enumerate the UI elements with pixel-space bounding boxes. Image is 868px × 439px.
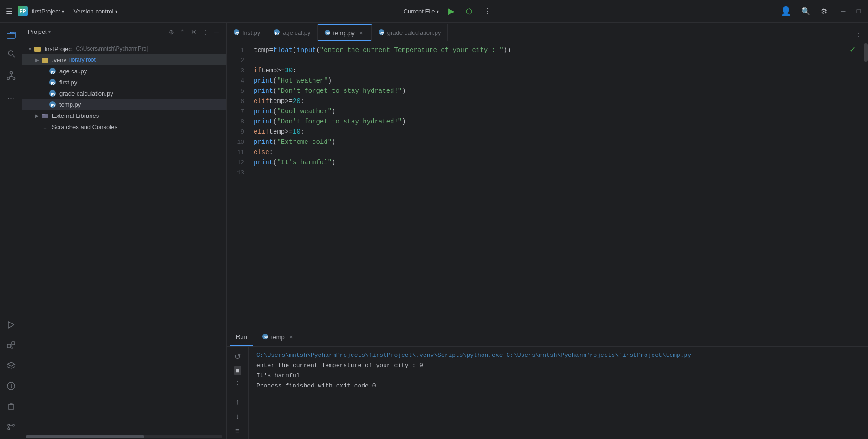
tree-item-scratches[interactable]: ≡ Scratches and Consoles xyxy=(22,121,226,132)
hamburger-icon[interactable]: ☰ xyxy=(4,5,14,18)
folder-icon xyxy=(33,45,42,53)
svg-text:py: py xyxy=(51,91,56,96)
tree-item-temppy[interactable]: py temp.py xyxy=(22,99,226,110)
user-icon[interactable]: 👤 xyxy=(779,4,793,18)
bottom-side-toolbar: ↺ ■ ⋮ ↑ ↓ ≡ ⇥ ⬜ ⎙ xyxy=(227,347,249,439)
debug-button[interactable]: ⬡ xyxy=(464,5,474,18)
sidebar-item-git[interactable] xyxy=(3,67,20,84)
add-file-icon[interactable]: ⊕ xyxy=(167,27,176,37)
tab-temppy[interactable]: py temp.py ✕ xyxy=(318,24,372,41)
project-panel-arrow-icon: ▾ xyxy=(48,29,51,34)
bottom-panel: Run py temp ✕ ↺ ■ xyxy=(227,328,868,439)
project-panel-title[interactable]: Project ▾ xyxy=(28,28,163,35)
tree-label-venv: .venv xyxy=(52,57,66,64)
tree-item-agecal[interactable]: py age cal.py xyxy=(22,65,226,77)
tree-item-firstproject[interactable]: ▾ firstProject C:\Users\mntsh\PycharmPro… xyxy=(22,43,226,54)
close-panel-icon[interactable]: ✕ xyxy=(189,27,198,37)
tree-item-venv[interactable]: ▶ .venv library root xyxy=(22,54,226,65)
sidebar-item-folder[interactable] xyxy=(3,26,20,43)
version-control-button[interactable]: Version control ▾ xyxy=(73,8,117,15)
tree-label-temppy: temp.py xyxy=(59,101,81,108)
python-tab-icon-firstpy: py xyxy=(233,29,240,37)
tree-label-firstpy: first.py xyxy=(59,79,77,86)
project-panel-scrollbar[interactable] xyxy=(26,435,222,438)
tabs-more-button[interactable]: ⋮ xyxy=(849,32,868,41)
code-editor[interactable]: 1 2 3 4 5 6 7 8 9 10 11 12 13 temp = flo… xyxy=(227,41,868,328)
svg-marker-9 xyxy=(8,322,14,328)
sidebar-item-run[interactable] xyxy=(3,316,20,333)
python-icon-temppy: py xyxy=(48,100,57,109)
sidebar-item-layers[interactable] xyxy=(3,357,20,374)
tree-item-external-libs[interactable]: ▶ External Libraries xyxy=(22,110,226,121)
tab-gradecalc[interactable]: py grade calculation.py xyxy=(372,24,448,41)
settings-icon[interactable]: ⚙ xyxy=(819,5,829,18)
project-logo: FP xyxy=(18,6,28,16)
run-tab-label[interactable]: Run xyxy=(230,329,253,346)
svg-point-14 xyxy=(11,387,12,388)
run-tab-text: Run xyxy=(236,333,247,340)
svg-line-2 xyxy=(13,55,15,57)
python-tab-icon-temppy: py xyxy=(324,29,331,37)
svg-text:py: py xyxy=(275,30,280,34)
svg-point-4 xyxy=(7,77,9,80)
folder-icon-venv xyxy=(41,56,49,64)
sidebar-item-git-bottom[interactable] xyxy=(3,419,20,435)
svg-text:py: py xyxy=(326,31,330,35)
tree-item-gradecalc[interactable]: py grade calculation.py xyxy=(22,88,226,99)
sidebar-item-search[interactable] xyxy=(3,45,20,62)
minimize-button[interactable]: ─ xyxy=(837,6,849,16)
tab-close-temppy[interactable]: ✕ xyxy=(358,30,365,37)
svg-line-8 xyxy=(11,76,14,77)
maximize-button[interactable]: □ xyxy=(853,6,864,16)
sidebar-item-trash[interactable] xyxy=(3,398,20,415)
line-numbers: 1 2 3 4 5 6 7 8 9 10 11 12 13 xyxy=(227,41,250,328)
python-icon-firstpy: py xyxy=(48,78,57,86)
sidebar-item-notifications[interactable] xyxy=(3,378,20,394)
svg-point-5 xyxy=(13,77,15,80)
scroll-up-icon[interactable]: ↑ xyxy=(234,396,241,407)
rerun-icon[interactable]: ↺ xyxy=(233,350,242,363)
sidebar-item-more[interactable]: ··· xyxy=(3,90,20,106)
python-run-tab-icon: py xyxy=(262,333,268,341)
more-options-button[interactable]: ⋮ xyxy=(482,5,493,18)
tree-label-gradecalc: grade calculation.py xyxy=(59,90,113,97)
tree-label-firstproject: firstProject xyxy=(45,45,73,52)
svg-point-1 xyxy=(8,51,13,55)
temp-run-tab-close[interactable]: ✕ xyxy=(287,334,294,341)
svg-point-18 xyxy=(13,424,14,426)
tree-label-scratches: Scratches and Consoles xyxy=(52,123,117,130)
sidebar-item-plugins[interactable] xyxy=(3,337,20,354)
svg-text:py: py xyxy=(51,69,56,74)
current-file-button[interactable]: Current File ▾ xyxy=(404,8,439,15)
editor-scrollbar[interactable] xyxy=(863,41,868,328)
svg-text:py: py xyxy=(263,335,268,339)
run-button[interactable]: ▶ xyxy=(446,4,457,18)
scroll-down-icon[interactable]: ↓ xyxy=(234,410,241,422)
panel-minimize-icon[interactable]: ─ xyxy=(212,27,221,37)
svg-rect-10 xyxy=(7,344,11,348)
svg-point-3 xyxy=(10,72,12,74)
tree-item-firstpy[interactable]: py first.py xyxy=(22,77,226,88)
project-name-button[interactable]: firstProject ▾ xyxy=(32,8,64,15)
console-line-path: C:\Users\mntsh\PycharmProjects\firstProj… xyxy=(256,350,861,361)
panel-more-icon[interactable]: ⋮ xyxy=(200,27,210,37)
current-file-arrow-icon: ▾ xyxy=(437,9,439,14)
collapse-icon[interactable]: ⌃ xyxy=(178,27,187,37)
editor-area: py first.py py age cal.py py temp.py ✕ xyxy=(227,23,868,439)
folder-icon-extlibs xyxy=(41,111,49,120)
console-output-area[interactable]: C:\Users\mntsh\PycharmProjects\firstProj… xyxy=(249,347,868,439)
svg-line-7 xyxy=(8,76,11,77)
search-icon[interactable]: 🔍 xyxy=(799,5,812,18)
code-content[interactable]: temp = float(input("enter the current Te… xyxy=(250,41,849,328)
stop-icon[interactable]: ■ xyxy=(234,366,241,375)
console-line-input: enter the current Temperature of your ci… xyxy=(256,361,861,371)
console-more-icon[interactable]: ⋮ xyxy=(232,378,243,390)
editor-tabs: py first.py py age cal.py py temp.py ✕ xyxy=(227,23,868,41)
temp-run-tab[interactable]: py temp ✕ xyxy=(256,329,300,346)
titlebar: ☰ FP firstProject ▾ Version control ▾ Cu… xyxy=(0,0,868,23)
tab-firstpy[interactable]: py first.py xyxy=(227,24,267,41)
tab-agecal[interactable]: py age cal.py xyxy=(267,24,317,41)
filter-icon[interactable]: ≡ xyxy=(234,425,241,436)
tree-path-firstproject: C:\Users\mntsh\PycharmProj xyxy=(76,45,148,52)
svg-text:py: py xyxy=(379,30,384,34)
